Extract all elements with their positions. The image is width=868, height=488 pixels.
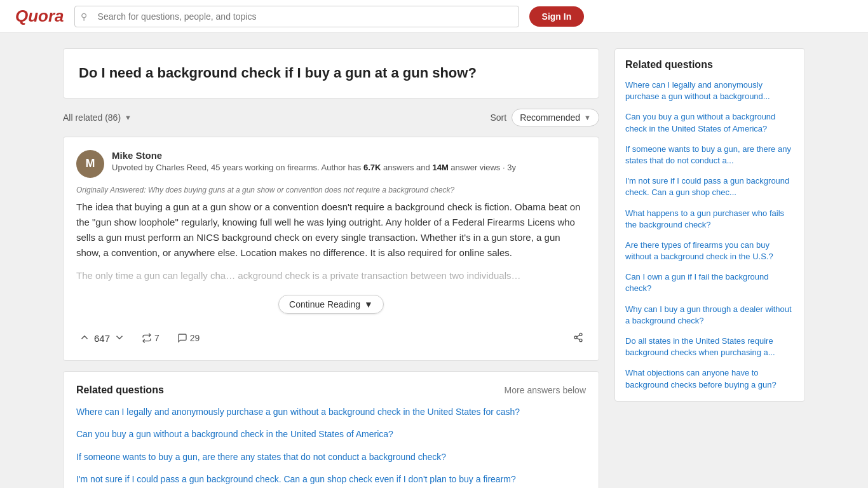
sidebar-link-5[interactable]: What happens to a gun purchaser who fail… [625,208,794,231]
answer-count: 6.7K [363,163,381,172]
reshare-count: 7 [154,333,159,343]
originally-answered: Originally Answered: Why does buying gun… [76,186,586,194]
sidebar-link-8[interactable]: Why can I buy a gun through a dealer wit… [625,304,794,327]
author-name[interactable]: Mike Stone [112,150,586,161]
sidebar-link-6[interactable]: Are there types of firearms you can buy … [625,240,794,262]
share-button[interactable] [571,330,586,347]
author-info: Mike Stone Upvoted by Charles Reed, 45 y… [112,150,586,173]
svg-line-4 [577,335,580,337]
main-layout: Do I need a background check if I buy a … [53,33,815,488]
sidebar-link-9[interactable]: Do all states in the United States requi… [625,336,794,358]
sidebar-link-7[interactable]: Can I own a gun if I fail the background… [625,271,794,294]
answer-card: M Mike Stone Upvoted by Charles Reed, 45… [63,137,599,361]
downvote-button[interactable] [111,329,128,348]
svg-line-3 [577,338,580,340]
recommended-label: Recommended [520,112,580,123]
answer-author: M Mike Stone Upvoted by Charles Reed, 45… [76,150,586,178]
search-bar: ⚲ [74,6,519,27]
svg-point-2 [580,339,582,341]
sidebar-card: Related questions Where can I legally an… [614,48,805,402]
continue-reading-wrap: Continue Reading ▼ [76,295,586,314]
related-link-3[interactable]: If someone wants to buy a gun, are there… [76,451,586,464]
filters-row: All related (86) ▼ Sort Recommended ▼ [63,109,599,126]
reshare-button[interactable]: 7 [138,330,163,346]
sidebar-title: Related questions [625,59,794,71]
author-meta: Upvoted by Charles Reed, 45 years workin… [112,162,586,173]
answer-meta-mid: answers and [383,163,432,172]
search-input[interactable] [74,6,519,27]
author-meta-prefix: Upvoted by Charles Reed, 45 years workin… [112,163,320,172]
sign-in-button[interactable]: Sign In [529,6,585,27]
question-title: Do I need a background check if I buy a … [79,64,583,83]
continue-reading-button[interactable]: Continue Reading ▼ [278,295,384,314]
answer-text-main: The idea that buying a gun at a gun show… [76,200,586,261]
continue-reading-label: Continue Reading [289,299,360,309]
all-related-filter[interactable]: All related (86) ▼ [63,112,132,123]
sidebar-link-1[interactable]: Where can I legally and anonymously purc… [625,79,794,102]
related-link-2[interactable]: Can you buy a gun without a background c… [76,428,586,441]
svg-point-0 [580,333,582,336]
sidebar: Related questions Where can I legally an… [614,48,805,488]
chevron-down-icon: ▼ [584,114,591,121]
answer-actions: 647 7 29 [76,324,586,348]
header: Quora ⚲ Sign In [0,0,868,33]
related-inline-title: Related questions [76,384,164,396]
chevron-down-icon: ▼ [125,114,132,121]
related-link-1[interactable]: Where can I legally and anonymously purc… [76,406,586,419]
related-link-4[interactable]: I'm not sure if I could pass a gun backg… [76,473,586,486]
avatar: M [76,150,104,178]
upvote-count: 647 [94,333,110,344]
svg-point-1 [574,336,577,339]
related-inline-header: Related questions More answers below [76,384,586,396]
all-related-label: All related (86) [63,112,121,123]
upvote-button[interactable] [76,329,93,348]
search-icon: ⚲ [81,11,87,22]
logo[interactable]: Quora [15,6,64,26]
sidebar-link-2[interactable]: Can you buy a gun without a background c… [625,111,794,134]
more-answers-label: More answers below [505,385,586,395]
comment-button[interactable]: 29 [173,330,204,346]
sort-label: Sort [490,112,506,123]
related-questions-inline: Related questions More answers below Whe… [63,371,599,488]
sidebar-link-4[interactable]: I'm not sure if I could pass a gun backg… [625,175,794,198]
sidebar-link-10[interactable]: What objections can anyone have to backg… [625,367,794,390]
comment-count: 29 [190,333,200,343]
answer-meta-suffix: answer views · 3y [451,163,516,172]
chevron-down-icon: ▼ [364,299,373,309]
upvote-section: 647 [76,329,128,348]
question-card: Do I need a background check if I buy a … [63,48,599,98]
content-area: Do I need a background check if I buy a … [63,48,599,488]
recommended-dropdown[interactable]: Recommended ▼ [512,109,599,126]
sidebar-link-3[interactable]: If someone wants to buy a gun, are there… [625,144,794,166]
sort-section: Sort Recommended ▼ [490,109,599,126]
view-count: 14M [432,163,448,172]
